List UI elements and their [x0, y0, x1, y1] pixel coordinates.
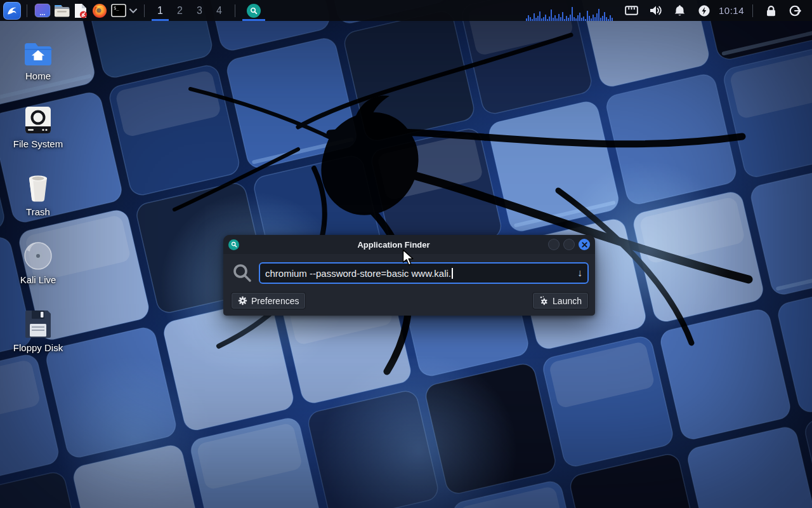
firefox-launcher[interactable] — [90, 0, 109, 21]
minimize-button[interactable] — [548, 239, 560, 250]
top-panel: $_ 1 2 3 4 — [0, 0, 812, 21]
workspace-4-label: 4 — [216, 5, 222, 17]
workspace-2[interactable]: 2 — [170, 0, 190, 21]
preferences-label: Preferences — [251, 296, 299, 306]
panel-separator — [752, 4, 753, 17]
power-bolt-icon — [698, 4, 710, 17]
launch-label: Launch — [553, 296, 582, 306]
lock-screen-button[interactable] — [764, 4, 778, 18]
speaker-icon — [649, 4, 662, 17]
trash-can-icon — [3, 171, 73, 203]
workspace-3-label: 3 — [197, 5, 202, 17]
desktop-icon-label: Floppy Disk — [3, 342, 73, 353]
terminal-icon: $_ — [111, 4, 126, 17]
notifications-tray-button[interactable] — [673, 4, 687, 18]
window-title: Application Finder — [239, 240, 548, 250]
desktop-icon-home[interactable]: Home — [3, 35, 73, 81]
home-folder-icon — [3, 35, 73, 67]
volume-tray-button[interactable] — [649, 4, 663, 18]
ethernet-icon — [625, 5, 638, 17]
launch-button[interactable]: Launch — [532, 292, 589, 309]
command-input-value: chromium --password-store=basic www.kali… — [265, 268, 451, 279]
hard-drive-icon — [3, 103, 73, 135]
desktop-icon-label: Home — [3, 70, 73, 81]
applications-menu-button[interactable] — [3, 2, 21, 20]
desktop-icon-trash[interactable]: Trash — [3, 171, 73, 217]
floppy-disk-icon — [3, 307, 73, 338]
dropdown-arrow-icon[interactable]: ↓ — [577, 267, 582, 279]
desktop-icon-floppy-disk[interactable]: Floppy Disk — [3, 307, 73, 353]
workspace-1[interactable]: 1 — [150, 0, 170, 21]
workspace-4[interactable]: 4 — [209, 0, 229, 21]
text-editor-icon — [74, 3, 88, 18]
file-manager-launcher[interactable] — [52, 0, 71, 21]
close-button[interactable] — [579, 239, 590, 250]
network-tray-button[interactable] — [625, 4, 639, 18]
optical-disc-icon — [3, 239, 73, 271]
firefox-icon — [92, 3, 107, 18]
application-finder-icon — [228, 239, 239, 250]
network-monitor-graph[interactable] — [526, 0, 613, 22]
text-editor-launcher[interactable] — [71, 0, 90, 21]
clock[interactable]: 10:14 — [719, 5, 744, 16]
chevron-down-icon — [129, 8, 137, 13]
mouse-cursor — [402, 250, 416, 269]
gear-icon — [238, 296, 247, 305]
close-icon — [582, 242, 587, 248]
application-finder-window: Application Finder chromium --password-s… — [223, 235, 595, 316]
terminal-launcher[interactable]: $_ — [109, 0, 128, 21]
launcher-dropdown-arrow[interactable] — [128, 0, 138, 21]
panel-separator — [27, 4, 27, 17]
taskbar-application-finder[interactable] — [241, 0, 266, 21]
svg-text:$_: $_ — [114, 6, 119, 11]
desktop-icon-label: File System — [3, 138, 73, 149]
workspace-3[interactable]: 3 — [190, 0, 209, 21]
search-icon — [231, 263, 254, 283]
maximize-button[interactable] — [563, 239, 575, 250]
file-manager-icon — [54, 4, 70, 18]
dashboard-launcher[interactable] — [33, 0, 52, 21]
desktop-icon-label: Kali Live — [3, 274, 73, 285]
desktop-icon-kali-live[interactable]: Kali Live — [3, 239, 73, 285]
preferences-button[interactable]: Preferences — [231, 292, 306, 309]
kali-menu-icon — [5, 4, 19, 18]
power-manager-tray-button[interactable] — [697, 4, 711, 18]
dashboard-icon — [34, 3, 51, 18]
bell-icon — [674, 4, 686, 17]
application-finder-icon — [247, 4, 261, 18]
logout-icon — [789, 4, 801, 17]
desktop-icon-label: Trash — [3, 206, 73, 217]
text-caret — [452, 268, 453, 279]
panel-separator — [144, 4, 145, 17]
workspace-switcher: 1 2 3 4 — [150, 0, 229, 21]
launch-icon — [539, 296, 549, 305]
workspace-2-label: 2 — [177, 5, 183, 17]
panel-separator — [235, 4, 235, 17]
command-input[interactable]: chromium --password-store=basic www.kali… — [259, 262, 589, 284]
logout-button[interactable] — [788, 4, 802, 18]
workspace-1-label: 1 — [157, 5, 163, 17]
lock-icon — [765, 4, 777, 17]
desktop-icon-file-system[interactable]: File System — [3, 103, 73, 149]
